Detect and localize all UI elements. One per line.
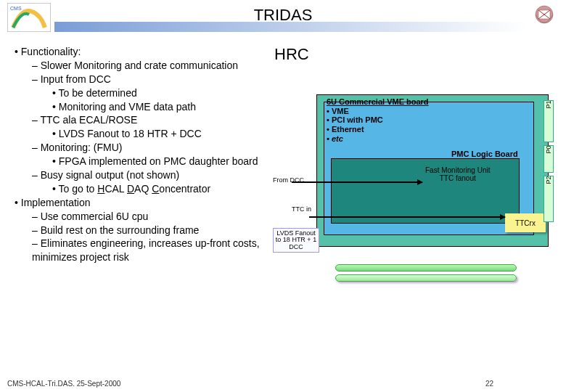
pmc-label: PMC Logic Board <box>451 150 518 158</box>
crest-logo <box>531 3 557 32</box>
board-text: 6U Commercial VME board • VME • PCI with… <box>327 97 429 143</box>
bullet: Monitoring: (FMU) <box>32 141 305 155</box>
label-from-dcc: From DCC <box>273 177 304 184</box>
label-lvds: LVDS Fanout to 18 HTR + 1 DCC <box>273 228 319 253</box>
heading-implementation: Implementation <box>15 196 305 210</box>
bullet: Monitoring and VME data path <box>52 100 305 114</box>
connector-bar <box>335 264 517 271</box>
fmu-label: Fast Monitoring UnitTTC fanout <box>425 167 490 182</box>
footer-text: CMS-HCAL-Tri.DAS. 25-Sept-2000 <box>7 380 120 388</box>
bullet: Busy signal output (not shown) <box>32 168 305 182</box>
bullet: Eliminates engineering, increases up-fro… <box>32 237 305 264</box>
bullet: Input from DCC <box>32 73 305 86</box>
bullet: LVDS Fanout to 18 HTR + DCC <box>52 127 305 141</box>
label-ttc-in: TTC in <box>292 206 311 213</box>
bullet: Use commercial 6U cpu <box>32 210 305 224</box>
cms-logo: CMS <box>7 3 51 32</box>
arrow-ttc-in <box>309 216 505 218</box>
port-p1: P1 <box>544 100 554 142</box>
footer: CMS-HCAL-Tri.DAS. 25-Sept-2000 22 <box>7 380 559 388</box>
bullet: To go to HCAL DAQ Concentrator <box>52 182 305 196</box>
header-gradient <box>54 22 526 32</box>
page-title: TRIDAS <box>0 0 566 25</box>
ttcrx-block: TTCrx <box>505 213 546 232</box>
arrow-from-dcc <box>292 181 422 183</box>
bullet: TTC ala ECAL/ROSE <box>32 113 305 127</box>
bullet: To be determined <box>52 86 305 100</box>
bullet: Slower Monitoring and crate communicatio… <box>32 59 305 73</box>
connector-bar <box>335 274 517 282</box>
bullet: FPGA implemented on PMC daughter board <box>52 155 305 168</box>
page-number: 22 <box>485 380 493 388</box>
content-outline: Functionality: Slower Monitoring and cra… <box>15 45 305 264</box>
heading-functionality: Functionality: <box>15 45 305 59</box>
block-diagram: 6U Commercial VME board • VME • PCI with… <box>313 91 554 251</box>
svg-text:CMS: CMS <box>10 6 22 11</box>
bullet: Build rest on the surrounding frame <box>32 224 305 237</box>
port-p2: P2 <box>544 176 554 222</box>
port-p0: P0 <box>544 145 554 173</box>
